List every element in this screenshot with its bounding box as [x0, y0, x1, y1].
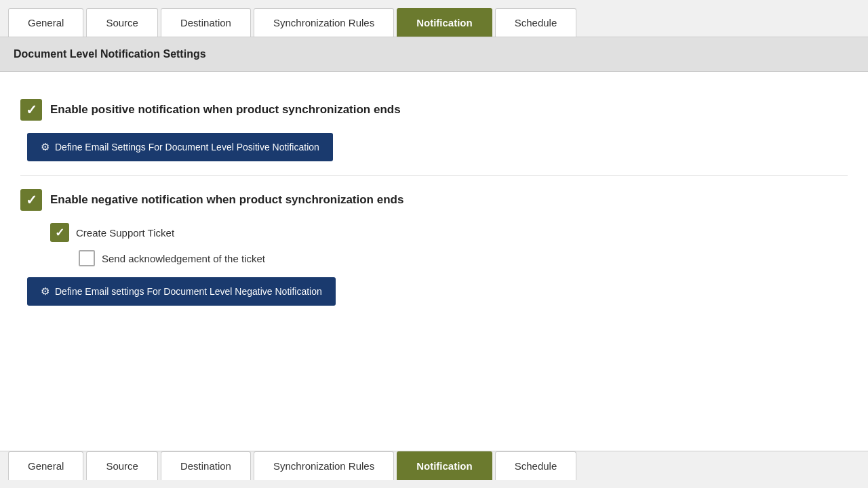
negative-notification-block: ✓ Enable negative notification when prod…: [20, 176, 848, 319]
support-ticket-label: Create Support Ticket: [76, 227, 174, 239]
tab-schedule[interactable]: Schedule: [495, 8, 577, 37]
define-positive-email-button[interactable]: ⚙ Define Email Settings For Document Lev…: [27, 133, 333, 161]
checkmark-icon: ✓: [26, 103, 37, 117]
tab-bottom-general-b[interactable]: General: [8, 451, 83, 480]
negative-notification-checkbox[interactable]: ✓: [20, 189, 42, 211]
support-ticket-checkbox[interactable]: ✓: [50, 223, 69, 242]
positive-notification-label: Enable positive notification when produc…: [50, 103, 401, 117]
acknowledgement-row: Send acknowledgement of the ticket: [79, 250, 848, 266]
tab-destination[interactable]: Destination: [161, 8, 251, 37]
gear-icon-2: ⚙: [41, 285, 50, 298]
acknowledgement-label: Send acknowledgement of the ticket: [102, 253, 265, 264]
tab-bottom-schedule-b[interactable]: Schedule: [495, 451, 577, 480]
define-positive-email-label: Define Email Settings For Document Level…: [55, 142, 319, 152]
tab-notification[interactable]: Notification: [397, 8, 492, 37]
negative-notification-row: ✓ Enable negative notification when prod…: [20, 189, 848, 211]
sub-options: ✓ Create Support Ticket Send acknowledge…: [50, 223, 848, 266]
content-body: ✓ Enable positive notification when prod…: [0, 72, 868, 333]
tab-bottom-sync-rules-b[interactable]: Synchronization Rules: [254, 451, 394, 480]
tab-bottom-source-b[interactable]: Source: [86, 451, 158, 480]
acknowledgement-checkbox[interactable]: [79, 250, 95, 266]
section-header: Document Level Notification Settings: [0, 37, 868, 72]
section-header-text: Document Level Notification Settings: [14, 48, 206, 60]
bottom-tab-bar: GeneralSourceDestinationSynchronization …: [0, 451, 868, 488]
define-negative-email-label: Define Email settings For Document Level…: [55, 286, 322, 297]
support-ticket-row: ✓ Create Support Ticket: [50, 223, 848, 242]
tab-general[interactable]: General: [8, 8, 83, 37]
top-tab-bar: GeneralSourceDestinationSynchronization …: [0, 0, 868, 37]
define-negative-email-button[interactable]: ⚙ Define Email settings For Document Lev…: [27, 277, 336, 306]
negative-notification-label: Enable negative notification when produc…: [50, 193, 403, 207]
tab-bottom-destination-b[interactable]: Destination: [161, 451, 251, 480]
gear-icon: ⚙: [41, 141, 50, 153]
main-content: Document Level Notification Settings ✓ E…: [0, 37, 868, 451]
tab-source[interactable]: Source: [86, 8, 158, 37]
positive-notification-checkbox[interactable]: ✓: [20, 99, 42, 121]
positive-notification-row: ✓ Enable positive notification when prod…: [20, 99, 848, 121]
checkmark-icon-2: ✓: [26, 193, 37, 207]
tab-sync-rules[interactable]: Synchronization Rules: [254, 8, 394, 37]
checkmark-icon-3: ✓: [55, 227, 64, 239]
positive-notification-block: ✓ Enable positive notification when prod…: [20, 85, 848, 176]
tab-bottom-notification-b[interactable]: Notification: [397, 451, 492, 480]
